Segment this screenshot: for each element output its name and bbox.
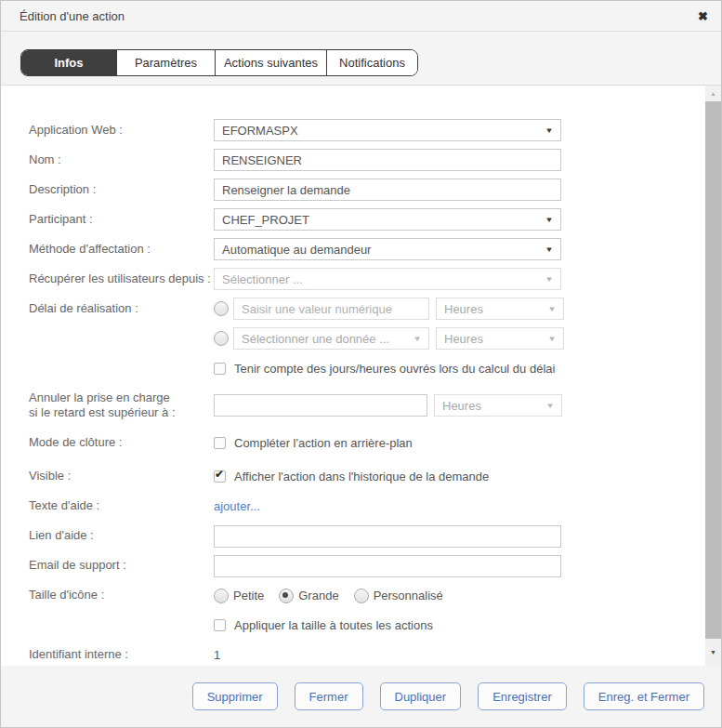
row-application-web: Application Web : EFORMASPX ▼ xyxy=(29,119,721,141)
participant-label: Participant : xyxy=(29,212,214,227)
delai-donnee-select: Sélectionner une donnée ... ▼ xyxy=(233,327,429,350)
recuperer-utilisateurs-label: Récupérer les utilisateurs depuis : xyxy=(29,271,214,286)
form: Application Web : EFORMASPX ▼ Nom : Desc… xyxy=(1,86,721,667)
application-web-value: EFORMASPX xyxy=(222,124,298,138)
annuler-prise-label-line1: Annuler la prise en charge xyxy=(29,390,214,405)
delai-donnee-placeholder: Sélectionner une donnée ... xyxy=(242,332,389,346)
row-email-support: Email de support : xyxy=(29,555,721,577)
appliquer-taille-checkbox[interactable] xyxy=(214,619,226,631)
enreg-et-fermer-button[interactable]: Enreg. et Fermer xyxy=(584,682,704,710)
row-taille-icone: Taille d'icône : Petite Grande Personnal… xyxy=(29,585,721,607)
chevron-down-icon: ▼ xyxy=(545,275,554,284)
chevron-down-icon: ▼ xyxy=(545,245,554,254)
delai-valeur-unite-select: Heures ▼ xyxy=(436,298,564,320)
check-icon: ✔ xyxy=(215,468,224,481)
scroll-up-arrow-icon[interactable]: ▲ xyxy=(705,86,721,101)
dialog-title: Édition d'une action xyxy=(20,9,125,23)
supprimer-button[interactable]: Supprimer xyxy=(192,682,278,710)
annuler-prise-unite-select: Heures ▼ xyxy=(434,394,562,417)
row-recuperer-utilisateurs: Récupérer les utilisateurs depuis : Séle… xyxy=(29,268,721,290)
chevron-down-icon: ▼ xyxy=(547,305,557,313)
row-nom: Nom : xyxy=(29,149,721,171)
row-description: Description : xyxy=(29,179,721,201)
scrollbar-thumb[interactable] xyxy=(705,101,721,639)
delai-realisation-label: Délai de réalisation : xyxy=(29,301,214,316)
texte-aide-label: Texte d'aide : xyxy=(29,498,214,513)
methode-affectation-select[interactable]: Automatique au demandeur ▼ xyxy=(214,238,561,260)
chevron-down-icon: ▼ xyxy=(413,335,422,343)
mode-cloture-checkbox[interactable] xyxy=(214,437,226,449)
email-support-label: Email de support : xyxy=(29,558,214,573)
participant-select[interactable]: CHEF_PROJET ▼ xyxy=(214,208,561,231)
tab-bar: Infos Paramètres Actions suivantes Notif… xyxy=(1,32,721,85)
chevron-down-icon: ▼ xyxy=(545,126,554,135)
row-mode-cloture: Mode de clôture : Compléter l'action en … xyxy=(29,432,721,455)
tab-parametres[interactable]: Paramètres xyxy=(117,50,216,75)
delai-donnee-unite: Heures xyxy=(444,332,483,346)
lien-aide-input[interactable] xyxy=(214,525,561,548)
visible-checkbox[interactable]: ✔ xyxy=(214,470,226,483)
ajouter-link[interactable]: ajouter... xyxy=(214,499,260,513)
fermer-button[interactable]: Fermer xyxy=(295,682,363,710)
participant-value: CHEF_PROJET xyxy=(222,213,309,227)
chevron-down-icon: ▼ xyxy=(547,335,557,343)
chevron-down-icon: ▼ xyxy=(545,402,555,410)
methode-affectation-value: Automatique au demandeur xyxy=(222,243,371,257)
annuler-prise-input[interactable] xyxy=(214,394,427,417)
row-participant: Participant : CHEF_PROJET ▼ xyxy=(29,208,721,231)
dupliquer-button[interactable]: Dupliquer xyxy=(380,682,462,710)
recuperer-utilisateurs-select: Sélectionner ... ▼ xyxy=(214,268,561,290)
taille-petite-radio[interactable] xyxy=(214,589,229,603)
taille-grande-radio[interactable] xyxy=(279,589,294,603)
close-icon[interactable]: ✖ xyxy=(698,10,708,22)
email-support-input[interactable] xyxy=(214,555,561,577)
annuler-prise-label-line2: si le retard est supérieur à : xyxy=(29,405,214,420)
annuler-prise-label: Annuler la prise en charge si le retard … xyxy=(29,390,214,421)
application-web-select[interactable]: EFORMASPX ▼ xyxy=(214,119,561,141)
row-visible: Visible : ✔ Afficher l'action dans l'his… xyxy=(29,466,721,488)
delai-valeur-radio[interactable] xyxy=(214,301,229,316)
scroll-down-arrow-icon[interactable]: ▼ xyxy=(705,644,721,660)
mode-cloture-checkbox-label: Compléter l'action en arrière-plan xyxy=(234,436,413,450)
dialog-header: Édition d'une action ✖ xyxy=(1,1,721,32)
row-annuler-prise: Annuler la prise en charge si le retard … xyxy=(29,390,721,421)
row-identifiant-interne: Identifiant interne : 1 xyxy=(29,644,721,667)
jours-ouvres-checkbox[interactable] xyxy=(214,363,226,375)
taille-icone-label: Taille d'icône : xyxy=(29,588,214,602)
nom-label: Nom : xyxy=(29,152,214,167)
description-input[interactable] xyxy=(214,179,561,201)
row-delai-valeur: Délai de réalisation : Heures ▼ xyxy=(29,298,721,320)
identifiant-interne-value: 1 xyxy=(214,648,220,662)
row-appliquer-taille: Appliquer la taille à toutes les actions xyxy=(29,615,721,637)
vertical-scrollbar[interactable]: ▲ ▼ xyxy=(705,86,721,667)
visible-label: Visible : xyxy=(29,469,214,483)
dialog-footer: Supprimer Fermer Dupliquer Enregistrer E… xyxy=(1,666,721,727)
form-panel: Application Web : EFORMASPX ▼ Nom : Desc… xyxy=(1,85,721,668)
delai-donnee-radio[interactable] xyxy=(214,331,229,346)
delai-donnee-unite-select: Heures ▼ xyxy=(436,327,564,350)
jours-ouvres-label: Tenir compte des jours/heures ouvrés lor… xyxy=(234,362,555,376)
identifiant-interne-label: Identifiant interne : xyxy=(29,647,214,662)
lien-aide-label: Lien d'aide : xyxy=(29,528,214,543)
recuperer-utilisateurs-placeholder: Sélectionner ... xyxy=(222,272,303,286)
description-label: Description : xyxy=(29,182,214,197)
tab-group: Infos Paramètres Actions suivantes Notif… xyxy=(20,49,418,76)
chevron-down-icon: ▼ xyxy=(545,216,554,224)
taille-grande-label: Grande xyxy=(298,589,338,602)
nom-input[interactable] xyxy=(214,149,561,171)
delai-valeur-unite: Heures xyxy=(444,302,483,316)
taille-petite-label: Petite xyxy=(233,589,264,602)
row-lien-aide: Lien d'aide : xyxy=(29,525,721,548)
delai-valeur-input xyxy=(233,298,429,320)
row-delai-donnee: Sélectionner une donnée ... ▼ Heures ▼ xyxy=(29,327,721,350)
tab-actions-suivantes[interactable]: Actions suivantes xyxy=(216,50,327,75)
taille-personnalise-radio[interactable] xyxy=(354,589,369,603)
tab-infos[interactable]: Infos xyxy=(21,50,117,75)
taille-personnalise-label: Personnalisé xyxy=(374,589,443,602)
methode-affectation-label: Méthode d'affectation : xyxy=(29,242,214,257)
application-web-label: Application Web : xyxy=(29,123,214,138)
tab-notifications[interactable]: Notifications xyxy=(327,50,417,75)
enregistrer-button[interactable]: Enregistrer xyxy=(478,682,567,710)
row-methode-affectation: Méthode d'affectation : Automatique au d… xyxy=(29,238,721,260)
annuler-prise-unite: Heures xyxy=(442,399,481,413)
